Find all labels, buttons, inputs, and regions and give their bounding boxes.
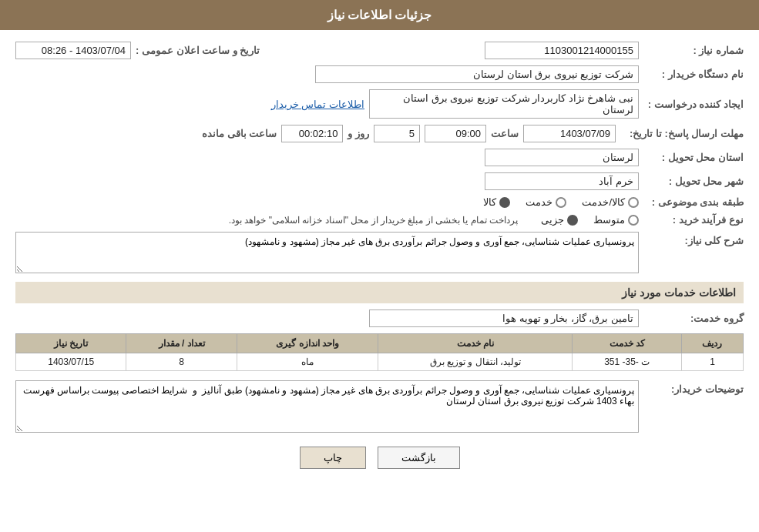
buyer-org-value: شرکت توزیع نیروی برق استان لرستان	[315, 65, 639, 83]
content-area: شماره نیاز : 1103001214000155 تاریخ و سا…	[0, 30, 759, 488]
row-need-description: شرح کلی نیاز:	[15, 232, 744, 276]
remaining-time-label: ساعت باقی مانده	[202, 128, 277, 139]
print-button[interactable]: چاپ	[300, 447, 366, 469]
category-khedmat-label: خدمت	[526, 196, 552, 208]
table-row: 1 ت -35- 351 تولید، انتقال و توزیع برق م…	[16, 353, 744, 371]
announce-datetime-value: 1403/07/04 - 08:26	[15, 42, 131, 59]
row-creator: ایجاد کننده درخواست : نبی شاهرخ نژاد کار…	[15, 89, 744, 119]
page-container: جزئیات اطلاعات نیاز شماره نیاز : 1103001…	[0, 0, 759, 532]
category-khedmat-radio	[556, 197, 566, 208]
buyer-notes-textarea[interactable]	[15, 380, 639, 433]
col-header-name: نام خدمت	[378, 334, 573, 353]
need-number-value: 1103001214000155	[485, 42, 639, 59]
category-kala-khedmat-radio	[628, 197, 639, 208]
service-group-label: گروه خدمت:	[643, 313, 744, 324]
cell-code: ت -35- 351	[573, 353, 682, 371]
delivery-province: لرستان	[485, 149, 639, 166]
buyer-notes-label: توضیحات خریدار:	[643, 383, 744, 395]
category-kala-khedmat-label: کالا/خدمت	[582, 196, 625, 208]
buttons-row: بازگشت چاپ	[15, 447, 744, 469]
remaining-time: 00:02:10	[281, 125, 343, 142]
services-table-section: ردیف کد خدمت نام خدمت واحد اندازه گیری ت…	[15, 333, 744, 371]
process-motevasset-item: متوسط	[593, 214, 639, 226]
row-buyer-org: نام دستگاه خریدار : شرکت توزیع نیروی برق…	[15, 65, 744, 83]
col-header-qty: تعداد / مقدار	[126, 334, 237, 353]
category-kala-khedmat-item: کالا/خدمت	[582, 196, 639, 208]
cell-unit: ماه	[237, 353, 378, 371]
response-time: 09:00	[425, 125, 486, 142]
creator-link[interactable]: اطلاعات تماس خریدار	[271, 99, 364, 110]
col-header-code: کد خدمت	[573, 334, 682, 353]
category-khedmat-item: خدمت	[526, 196, 566, 208]
category-radio-group: کالا/خدمت خدمت کالا	[483, 196, 639, 208]
response-days: 5	[374, 125, 420, 142]
delivery-city: خرم آباد	[485, 172, 639, 190]
back-button[interactable]: بازگشت	[378, 447, 460, 469]
category-label: طبقه بندی موضوعی :	[643, 196, 744, 208]
service-group-value: تامین برق، گاز، بخار و تهویه هوا	[369, 309, 639, 327]
row-buyer-notes: توضیحات خریدار:	[15, 380, 744, 435]
services-section-title: اطلاعات خدمات مورد نیاز	[15, 282, 744, 303]
delivery-city-label: شهر محل تحویل :	[643, 176, 744, 187]
row-category: طبقه بندی موضوعی : کالا/خدمت خدمت کالا	[15, 196, 744, 208]
row-process-type: نوع فرآیند خرید : متوسط جزیی پرداخت تمام…	[15, 214, 744, 226]
page-header: جزئیات اطلاعات نیاز	[0, 0, 759, 30]
row-delivery-province: استان محل تحویل : لرستان	[15, 149, 744, 166]
services-table: ردیف کد خدمت نام خدمت واحد اندازه گیری ت…	[15, 333, 744, 371]
row-response-deadline: مهلت ارسال پاسخ: تا تاریخ: 1403/07/09 سا…	[15, 125, 744, 142]
process-jozvi-label: جزیی	[541, 214, 564, 226]
process-type-group: متوسط جزیی پرداخت تمام یا بخشی از مبلغ خ…	[229, 214, 639, 226]
process-note: پرداخت تمام یا بخشی از مبلغ خریدار از مح…	[229, 215, 518, 226]
need-description-textarea[interactable]	[15, 232, 639, 273]
cell-name: تولید، انتقال و توزیع برق	[378, 353, 573, 371]
announce-datetime-label: تاریخ و ساعت اعلان عمومی :	[136, 45, 260, 56]
process-label: نوع فرآیند خرید :	[643, 214, 744, 226]
cell-row-num: 1	[681, 353, 743, 371]
need-description-label: شرح کلی نیاز:	[643, 235, 744, 246]
category-kala-label: کالا	[483, 196, 496, 208]
cell-date: 1403/07/15	[16, 353, 126, 371]
col-header-row: ردیف	[681, 334, 743, 353]
delivery-province-label: استان محل تحویل :	[643, 152, 744, 163]
creator-value: نبی شاهرخ نژاد کاربردار شرکت توزیع نیروی…	[369, 89, 639, 119]
col-header-unit: واحد اندازه گیری	[237, 334, 378, 353]
response-time-label: ساعت	[491, 128, 519, 139]
process-motevasset-radio	[628, 215, 639, 226]
cell-qty: 8	[126, 353, 237, 371]
process-jozvi-item: جزیی	[541, 214, 578, 226]
need-number-label: شماره نیاز :	[643, 45, 744, 56]
buyer-org-label: نام دستگاه خریدار :	[643, 69, 744, 80]
creator-label: ایجاد کننده درخواست :	[643, 99, 744, 110]
col-header-date: تاریخ نیاز	[16, 334, 126, 353]
row-need-number: شماره نیاز : 1103001214000155 تاریخ و سا…	[15, 42, 744, 59]
response-days-label: روز و	[348, 128, 369, 139]
row-delivery-city: شهر محل تحویل : خرم آباد	[15, 172, 744, 190]
process-jozvi-radio	[567, 215, 578, 226]
row-service-group: گروه خدمت: تامین برق، گاز، بخار و تهویه …	[15, 309, 744, 327]
category-kala-radio	[499, 197, 510, 208]
category-kala-item: کالا	[483, 196, 510, 208]
process-motevasset-label: متوسط	[593, 214, 625, 226]
response-date: 1403/07/09	[523, 125, 616, 142]
response-deadline-label: مهلت ارسال پاسخ: تا تاریخ:	[620, 128, 744, 139]
page-title: جزئیات اطلاعات نیاز	[327, 8, 432, 22]
